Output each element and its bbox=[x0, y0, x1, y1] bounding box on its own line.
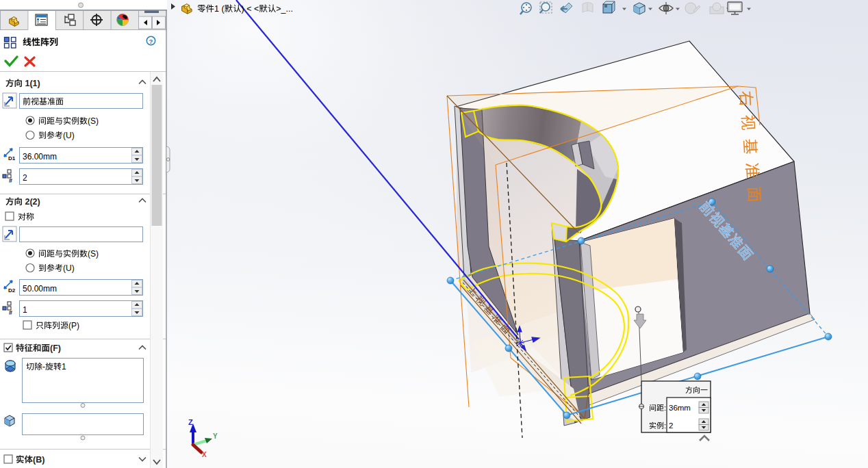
svg-text:2: 2 bbox=[23, 173, 27, 183]
svg-text:>_...: >_... bbox=[276, 4, 293, 14]
svg-text:1: 1 bbox=[23, 305, 27, 315]
svg-text::: : bbox=[664, 421, 666, 430]
svg-text:36mm: 36mm bbox=[669, 404, 691, 412]
svg-text:-: - bbox=[42, 362, 45, 372]
svg-text:2(2): 2(2) bbox=[25, 197, 40, 207]
svg-text:D1: D1 bbox=[8, 155, 16, 161]
svg-text:50.00mm: 50.00mm bbox=[23, 284, 57, 294]
svg-text:(P): (P) bbox=[68, 321, 79, 330]
svg-text:Y: Y bbox=[213, 432, 218, 440]
svg-text:1(1): 1(1) bbox=[25, 79, 40, 88]
svg-text:X: X bbox=[202, 451, 207, 458]
svg-text:) < <: ) < < bbox=[242, 4, 259, 14]
svg-text:(S): (S) bbox=[88, 116, 99, 126]
svg-text:?: ? bbox=[149, 38, 153, 45]
svg-text:D2: D2 bbox=[8, 287, 16, 294]
svg-text:1: 1 bbox=[62, 362, 66, 372]
svg-text:(F): (F) bbox=[50, 343, 61, 353]
svg-text::: : bbox=[664, 404, 666, 412]
svg-text:#: # bbox=[9, 177, 12, 184]
svg-text:1 (: 1 ( bbox=[214, 4, 225, 14]
svg-text:(S): (S) bbox=[88, 249, 99, 259]
svg-text:Z: Z bbox=[188, 418, 193, 426]
svg-text:36.00mm: 36.00mm bbox=[23, 152, 57, 161]
svg-text:(B): (B) bbox=[33, 455, 44, 465]
svg-text:(U): (U) bbox=[63, 131, 75, 140]
svg-text:2: 2 bbox=[669, 421, 673, 430]
svg-text:#: # bbox=[9, 309, 12, 316]
svg-text:(U): (U) bbox=[63, 263, 75, 273]
